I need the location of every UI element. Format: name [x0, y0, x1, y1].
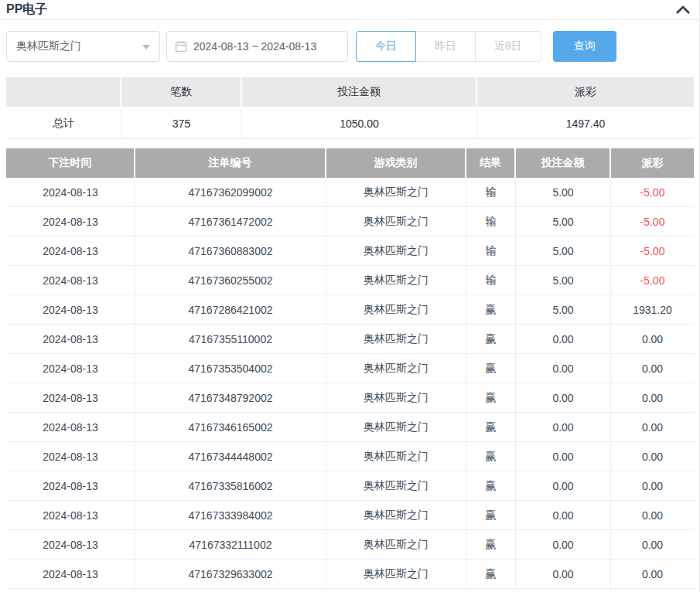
order-no-cell: 47167333984002 [135, 501, 326, 530]
payout-cell: 0.00 [611, 354, 694, 383]
result-cell: 赢 [466, 530, 516, 560]
order-no-cell: 47167335816002 [135, 471, 326, 501]
bet-time-cell: 2024-08-13 [6, 266, 135, 295]
bet-amount-cell: 5.00 [516, 295, 611, 325]
last-8-days-button[interactable]: 近8日 [475, 31, 541, 62]
result-cell: 赢 [466, 501, 516, 530]
yesterday-button[interactable]: 昨日 [415, 31, 476, 62]
panel-header: PP电子 [0, 0, 699, 20]
result-cell: 输 [466, 207, 516, 236]
calendar-icon [175, 40, 187, 53]
bet-amount-cell: 0.00 [516, 501, 611, 530]
bet-amount-cell: 5.00 [516, 236, 611, 266]
table-row: 2024-08-1347167348792002奥林匹斯之门赢0.000.00 [6, 383, 694, 413]
summary-total-payout: 1497.40 [477, 108, 694, 139]
result-cell: 赢 [466, 413, 516, 442]
game-type-cell: 奥林匹斯之门 [326, 236, 466, 266]
order-no-cell: 47167361472002 [135, 207, 326, 236]
summary-header-row: 笔数 投注金额 派彩 [6, 77, 694, 108]
payout-cell: 0.00 [611, 501, 694, 530]
result-cell: 赢 [466, 442, 516, 471]
order-no-cell: 47167344448002 [135, 442, 326, 471]
bet-amount-cell: 0.00 [516, 530, 611, 560]
caret-down-icon [142, 45, 150, 49]
game-select-value: 奥林匹斯之门 [16, 39, 81, 53]
game-type-cell: 奥林匹斯之门 [326, 207, 466, 236]
result-cell: 输 [466, 266, 516, 295]
result-cell: 赢 [466, 471, 516, 501]
summary-table: 笔数 投注金额 派彩 总计 375 1050.00 1497.40 [6, 77, 694, 139]
game-type-cell: 奥林匹斯之门 [326, 413, 466, 442]
summary-total-count: 375 [121, 108, 242, 139]
bet-table-header-row: 下注时间 注单编号 游戏类别 结果 投注金额 派彩 [6, 148, 694, 178]
date-range-value: 2024-08-13 ~ 2024-08-13 [193, 40, 316, 53]
payout-cell: 1931.20 [611, 295, 694, 325]
bet-time-cell: 2024-08-13 [6, 501, 135, 530]
game-type-cell: 奥林匹斯之门 [326, 501, 466, 530]
payout-cell: 0.00 [611, 325, 694, 354]
game-type-cell: 奥林匹斯之门 [326, 178, 466, 207]
order-no-cell: 47167286421002 [135, 295, 326, 325]
payout-cell: -5.00 [611, 266, 694, 295]
table-row: 2024-08-1347167353504002奥林匹斯之门赢0.000.00 [6, 354, 694, 383]
result-cell: 赢 [466, 325, 516, 354]
bet-amount-cell: 5.00 [516, 207, 611, 236]
order-no-cell: 47167346165002 [135, 413, 326, 442]
payout-cell: 0.00 [611, 560, 694, 589]
table-row: 2024-08-1347167361472002奥林匹斯之门输5.00-5.00 [6, 207, 694, 236]
col-order-no: 注单编号 [135, 148, 326, 178]
filter-row: 奥林匹斯之门 2024-08-13 ~ 2024-08-13 今日 昨日 近8日… [6, 31, 693, 62]
col-bet-time: 下注时间 [6, 148, 135, 178]
bet-time-cell: 2024-08-13 [6, 236, 135, 266]
summary-total-row: 总计 375 1050.00 1497.40 [6, 108, 694, 139]
collapse-chevron-up-icon[interactable] [674, 3, 691, 17]
col-game-type: 游戏类别 [326, 148, 466, 178]
order-no-cell: 47167360883002 [135, 236, 326, 266]
result-cell: 输 [466, 236, 516, 266]
bet-table-body: 2024-08-1347167362099002奥林匹斯之门输5.00-5.00… [6, 178, 694, 589]
query-button[interactable]: 查询 [553, 31, 616, 62]
payout-cell: 0.00 [611, 471, 694, 501]
order-no-cell: 47167348792002 [135, 383, 326, 413]
result-cell: 赢 [466, 354, 516, 383]
col-result: 结果 [466, 148, 516, 178]
bet-time-cell: 2024-08-13 [6, 530, 135, 560]
table-row: 2024-08-1347167360883002奥林匹斯之门输5.00-5.00 [6, 236, 694, 266]
game-select[interactable]: 奥林匹斯之门 [6, 31, 160, 62]
payout-cell: 0.00 [611, 383, 694, 413]
table-row: 2024-08-1347167355110002奥林匹斯之门赢0.000.00 [6, 325, 694, 354]
table-row: 2024-08-1347167329633002奥林匹斯之门赢0.000.00 [6, 560, 694, 589]
summary-col-count: 笔数 [121, 77, 242, 108]
game-type-cell: 奥林匹斯之门 [326, 266, 466, 295]
col-bet-amount: 投注金额 [516, 148, 611, 178]
order-no-cell: 47167360255002 [135, 266, 326, 295]
table-row: 2024-08-1347167286421002奥林匹斯之门赢5.001931.… [6, 295, 694, 325]
today-button[interactable]: 今日 [356, 31, 416, 62]
summary-col-bet-amount: 投注金额 [242, 77, 477, 108]
summary-total-label: 总计 [6, 108, 121, 139]
payout-cell: 0.00 [611, 413, 694, 442]
bet-time-cell: 2024-08-13 [6, 442, 135, 471]
date-range-input[interactable]: 2024-08-13 ~ 2024-08-13 [166, 31, 348, 62]
bet-time-cell: 2024-08-13 [6, 178, 135, 207]
table-row: 2024-08-1347167333984002奥林匹斯之门赢0.000.00 [6, 501, 694, 530]
order-no-cell: 47167355110002 [135, 325, 326, 354]
bet-time-cell: 2024-08-13 [6, 295, 135, 325]
result-cell: 赢 [466, 383, 516, 413]
table-row: 2024-08-1347167362099002奥林匹斯之门输5.00-5.00 [6, 178, 694, 207]
col-payout: 派彩 [611, 148, 694, 178]
bet-amount-cell: 0.00 [516, 383, 611, 413]
quick-range-group: 今日 昨日 近8日 [356, 31, 541, 62]
game-type-cell: 奥林匹斯之门 [326, 560, 466, 589]
result-cell: 输 [466, 178, 516, 207]
panel-title: PP电子 [6, 2, 47, 18]
bet-amount-cell: 5.00 [516, 178, 611, 207]
game-type-cell: 奥林匹斯之门 [326, 354, 466, 383]
bet-time-cell: 2024-08-13 [6, 560, 135, 589]
table-row: 2024-08-1347167332111002奥林匹斯之门赢0.000.00 [6, 530, 694, 560]
order-no-cell: 47167329633002 [135, 560, 326, 589]
bet-amount-cell: 0.00 [516, 325, 611, 354]
bet-time-cell: 2024-08-13 [6, 471, 135, 501]
order-no-cell: 47167362099002 [135, 178, 326, 207]
payout-cell: 0.00 [611, 442, 694, 471]
